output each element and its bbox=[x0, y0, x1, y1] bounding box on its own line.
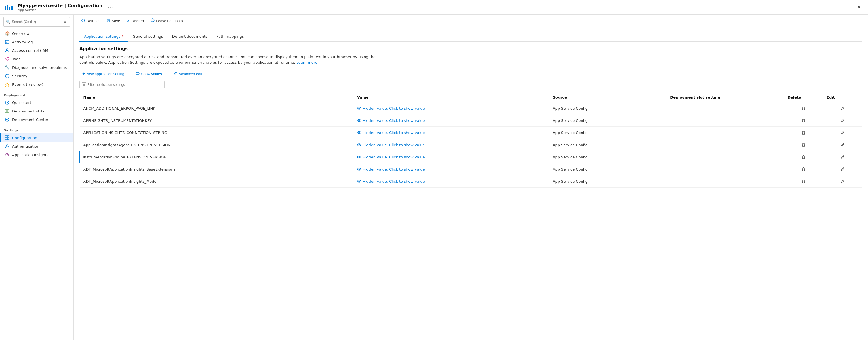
delete-button[interactable] bbox=[801, 178, 807, 184]
edit-button[interactable] bbox=[840, 142, 846, 148]
sidebar-item-configuration[interactable]: Configuration bbox=[0, 133, 73, 142]
security-icon bbox=[5, 74, 9, 78]
cell-value[interactable]: Hidden value. Click to show value bbox=[354, 151, 550, 163]
cell-edit[interactable] bbox=[823, 139, 862, 151]
filter-box[interactable] bbox=[80, 81, 164, 89]
nav-section-settings: Settings bbox=[0, 125, 73, 133]
delete-button[interactable] bbox=[801, 105, 807, 111]
cell-delete[interactable] bbox=[784, 151, 823, 163]
save-button[interactable]: Save bbox=[103, 17, 123, 25]
delete-button[interactable] bbox=[801, 166, 807, 172]
sidebar-item-diagnose[interactable]: 🔧 Diagnose and solve problems bbox=[0, 63, 73, 72]
show-value-link[interactable]: Hidden value. Click to show value bbox=[357, 167, 546, 171]
tab-general-settings[interactable]: General settings bbox=[128, 32, 168, 42]
edit-button[interactable] bbox=[840, 178, 846, 184]
search-input[interactable] bbox=[12, 20, 60, 24]
close-button[interactable]: ✕ bbox=[855, 3, 864, 12]
cell-delete[interactable] bbox=[784, 139, 823, 151]
sidebar-item-access-control[interactable]: Access control (IAM) bbox=[0, 46, 73, 55]
cell-delete[interactable] bbox=[784, 127, 823, 139]
edit-button[interactable] bbox=[840, 117, 846, 124]
sidebar-item-quickstart[interactable]: Quickstart bbox=[0, 98, 73, 107]
cell-delete[interactable] bbox=[784, 102, 823, 114]
cell-source: App Service Config bbox=[550, 163, 667, 175]
sidebar-item-application-insights[interactable]: Application Insights bbox=[0, 150, 73, 159]
deployment-center-icon bbox=[5, 117, 9, 122]
search-input-wrap[interactable]: 🔍 « bbox=[3, 17, 70, 27]
advanced-edit-button[interactable]: Advanced edit bbox=[170, 70, 205, 78]
tab-default-documents[interactable]: Default documents bbox=[168, 32, 212, 42]
sidebar-item-label-activity-log: Activity log bbox=[12, 40, 33, 44]
cell-source: App Service Config bbox=[550, 114, 667, 127]
refresh-button[interactable]: Refresh bbox=[78, 17, 102, 25]
events-icon bbox=[5, 82, 9, 87]
delete-button[interactable] bbox=[801, 117, 807, 124]
cell-edit[interactable] bbox=[823, 151, 862, 163]
authentication-icon bbox=[5, 144, 9, 148]
sidebar-item-security[interactable]: Security bbox=[0, 72, 73, 80]
access-control-icon bbox=[5, 48, 9, 53]
sidebar-item-activity-log[interactable]: Activity log bbox=[0, 38, 73, 46]
cell-delete[interactable] bbox=[784, 114, 823, 127]
svg-point-18 bbox=[6, 144, 8, 146]
show-value-link[interactable]: Hidden value. Click to show value bbox=[357, 155, 546, 159]
filter-input[interactable] bbox=[87, 83, 162, 87]
tab-path-mappings[interactable]: Path mappings bbox=[212, 32, 248, 42]
tab-application-settings[interactable]: Application settings * bbox=[80, 32, 128, 42]
delete-button[interactable] bbox=[801, 142, 807, 148]
cell-edit[interactable] bbox=[823, 163, 862, 175]
show-values-button[interactable]: Show values bbox=[133, 70, 165, 78]
cell-value[interactable]: Hidden value. Click to show value bbox=[354, 127, 550, 139]
edit-button[interactable] bbox=[840, 166, 846, 172]
edit-button[interactable] bbox=[840, 130, 846, 136]
cell-value[interactable]: Hidden value. Click to show value bbox=[354, 175, 550, 188]
delete-button[interactable] bbox=[801, 154, 807, 160]
cell-name: XDT_MicrosoftApplicationInsights_BaseExt… bbox=[80, 163, 354, 175]
cell-delete[interactable] bbox=[784, 175, 823, 188]
cell-name: ApplicationInsightsAgent_EXTENSION_VERSI… bbox=[80, 139, 354, 151]
delete-button[interactable] bbox=[801, 130, 807, 136]
table-row: XDT_MicrosoftApplicationInsights_BaseExt… bbox=[80, 163, 863, 175]
show-value-link[interactable]: Hidden value. Click to show value bbox=[357, 179, 546, 183]
sidebar-item-deployment-slots[interactable]: Deployment slots bbox=[0, 107, 73, 115]
show-value-link[interactable]: Hidden value. Click to show value bbox=[357, 118, 546, 123]
show-value-link[interactable]: Hidden value. Click to show value bbox=[357, 143, 546, 147]
cell-edit[interactable] bbox=[823, 102, 862, 114]
sidebar-item-authentication[interactable]: Authentication bbox=[0, 142, 73, 150]
table-row: XDT_MicrosoftApplicationInsights_Mode Hi… bbox=[80, 175, 863, 188]
learn-more-link[interactable]: Learn more bbox=[297, 60, 317, 65]
collapse-sidebar-button[interactable]: « bbox=[62, 19, 67, 25]
page-subtitle: App Service bbox=[18, 8, 102, 12]
cell-value[interactable]: Hidden value. Click to show value bbox=[354, 114, 550, 127]
table-row: ApplicationInsightsAgent_EXTENSION_VERSI… bbox=[80, 139, 863, 151]
show-value-link[interactable]: Hidden value. Click to show value bbox=[357, 106, 546, 110]
cell-value[interactable]: Hidden value. Click to show value bbox=[354, 102, 550, 114]
sidebar-item-deployment-center[interactable]: Deployment Center bbox=[0, 115, 73, 124]
edit-button[interactable] bbox=[840, 105, 846, 111]
svg-marker-6 bbox=[5, 82, 9, 87]
logo-bar-1 bbox=[4, 6, 6, 10]
more-options-icon[interactable]: ••• bbox=[107, 5, 114, 9]
new-application-setting-button[interactable]: + New application setting bbox=[80, 70, 127, 78]
th-delete: Delete bbox=[784, 93, 823, 102]
cell-edit[interactable] bbox=[823, 127, 862, 139]
cell-deployment-slot bbox=[666, 139, 784, 151]
sidebar-item-tags[interactable]: Tags bbox=[0, 55, 73, 63]
pencil-icon bbox=[173, 71, 177, 76]
sidebar-item-events[interactable]: Events (preview) bbox=[0, 80, 73, 89]
feedback-button[interactable]: Leave Feedback bbox=[148, 17, 186, 25]
svg-point-27 bbox=[358, 107, 361, 109]
cell-value[interactable]: Hidden value. Click to show value bbox=[354, 163, 550, 175]
cell-source: App Service Config bbox=[550, 139, 667, 151]
show-value-link[interactable]: Hidden value. Click to show value bbox=[357, 131, 546, 135]
cell-value[interactable]: Hidden value. Click to show value bbox=[354, 139, 550, 151]
discard-button[interactable]: ✕ Discard bbox=[124, 17, 147, 24]
toolbar: Refresh Save ✕ Discard Leave Feedback bbox=[74, 15, 868, 27]
edit-button[interactable] bbox=[840, 154, 846, 160]
svg-rect-9 bbox=[5, 110, 9, 112]
cell-edit[interactable] bbox=[823, 175, 862, 188]
page-title: Myappservicesite | Configuration bbox=[18, 3, 102, 8]
cell-edit[interactable] bbox=[823, 114, 862, 127]
sidebar-item-overview[interactable]: 🏠 Overview bbox=[0, 29, 73, 38]
cell-delete[interactable] bbox=[784, 163, 823, 175]
